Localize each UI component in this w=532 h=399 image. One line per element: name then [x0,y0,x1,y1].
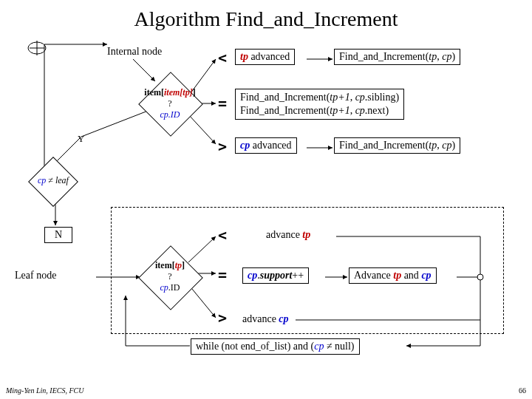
op-eq-bot: = [218,266,227,284]
op-lt-top: < [218,49,227,66]
while-condition-box: while (not end_of_list) and (cp ≠ null) [191,338,360,355]
box-advance-both: Advance tp and cp [349,267,437,284]
slide-title: Algorithm Find_and_Increment [0,0,532,31]
slide-number: 66 [519,386,526,395]
branch-n-box: N [44,227,72,243]
op-gt-bot: > [218,309,227,327]
internal-node-label: Internal node [107,46,162,58]
box-call-tp-cp-1: Find_and_Increment(tp, cp) [334,49,460,65]
leaf-node-label: Leaf node [15,270,56,282]
svg-point-26 [28,42,46,54]
op-gt-top: > [218,137,227,155]
box-call-tp-cp-2: Find_and_Increment(tp, cp) [334,137,460,154]
branch-y-label: Y [78,133,84,145]
box-support-inc: cp.support++ [242,267,309,284]
footer-text: Ming-Yen Lin, IECS, FCU [6,386,83,395]
advance-tp-label: advance tp [266,229,310,241]
decision-cp-leaf-text: cp ≠ leaf [28,175,78,186]
box-tp-advanced: tp advanced [235,49,295,65]
box-recurse-eq: Find_and_Increment(tp+1, cp.sibling) Fin… [235,89,404,120]
op-eq-top: = [218,95,227,112]
advance-cp-label: advance cp [242,313,289,325]
box-cp-advanced: cp advanced [235,137,297,154]
svg-line-0 [133,59,155,81]
svg-line-6 [81,111,148,137]
op-lt-bot: < [218,226,227,244]
decision-internal-text: item[item[tp]] ? cp.ID [144,87,196,120]
